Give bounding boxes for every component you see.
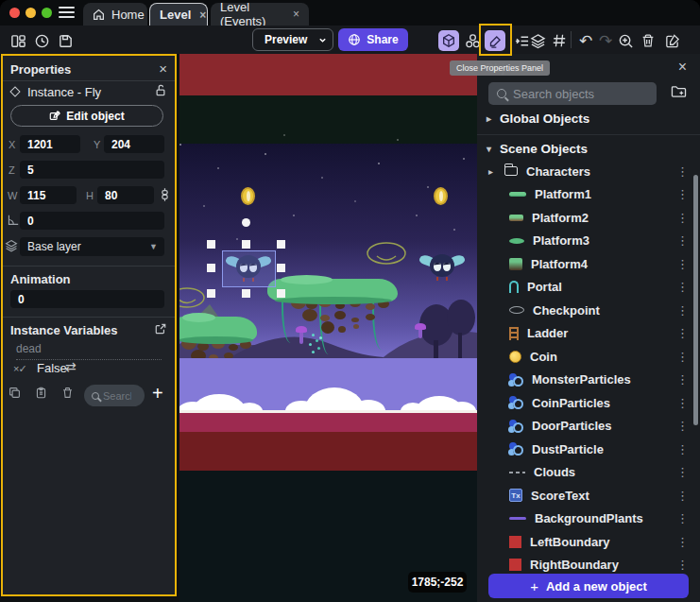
y-input[interactable] — [104, 135, 164, 153]
variables-search-box[interactable] — [84, 385, 145, 406]
object-row[interactable]: Ladder ⋮ — [477, 322, 700, 346]
variable-value[interactable]: False — [37, 361, 67, 375]
objects-search-input[interactable] — [513, 87, 648, 101]
edit-object-button[interactable]: Edit object — [10, 105, 163, 127]
object-thumbnail — [509, 351, 521, 363]
resize-handle[interactable] — [277, 240, 285, 249]
layer-select[interactable]: Base layer ▼ — [20, 237, 164, 256]
open-variables-editor-icon[interactable] — [155, 323, 166, 335]
object-row[interactable]: CoinParticles ⋮ — [477, 391, 700, 415]
resize-handle[interactable] — [277, 289, 285, 298]
object-label: Checkpoint — [533, 303, 600, 318]
object-row[interactable]: DoorParticles ⋮ — [477, 415, 700, 439]
object-row[interactable]: Platform1 ⋮ — [477, 183, 700, 207]
share-button[interactable]: Share — [338, 28, 408, 51]
zoom-in-icon[interactable] — [615, 30, 636, 51]
3d-view-icon[interactable] — [438, 30, 459, 51]
object-row[interactable]: Platform2 ⋮ — [477, 206, 700, 230]
object-thumbnail — [509, 281, 519, 293]
object-menu-button[interactable]: ⋮ — [676, 465, 700, 479]
aspect-ratio-lock-icon[interactable] — [160, 187, 170, 202]
objects-scrollbar[interactable] — [693, 175, 698, 425]
toggle-value-icon[interactable]: ⇄ — [65, 359, 77, 374]
window-close-button[interactable] — [9, 8, 20, 18]
save-icon[interactable] — [55, 30, 76, 51]
scene-notes-icon[interactable] — [661, 30, 682, 51]
delete-variable-icon[interactable] — [61, 387, 74, 399]
object-label: BackgroundPlants — [535, 511, 643, 525]
tab-close-icon[interactable]: × — [293, 8, 299, 21]
resize-handle[interactable] — [242, 289, 250, 298]
object-row[interactable]: Portal ⋮ — [477, 276, 700, 300]
object-row[interactable]: Tx ScoreText ⋮ — [477, 484, 700, 507]
object-row[interactable]: MonsterParticles ⋮ — [477, 369, 700, 392]
window-minimize-button[interactable] — [26, 8, 36, 18]
resize-handle[interactable] — [207, 264, 215, 272]
resize-handle[interactable] — [207, 240, 215, 249]
history-icon[interactable] — [31, 30, 52, 51]
objects-search-box[interactable] — [488, 82, 657, 105]
object-menu-button[interactable]: ⋮ — [676, 442, 700, 456]
object-groups-icon[interactable] — [462, 30, 483, 51]
add-folder-icon[interactable] — [671, 84, 687, 98]
object-row[interactable]: Platform4 ⋮ — [477, 252, 700, 276]
object-row[interactable]: Platform3 ⋮ — [477, 230, 700, 253]
object-menu-button[interactable]: ⋮ — [676, 511, 700, 525]
animation-input[interactable] — [10, 290, 164, 308]
resize-handle[interactable] — [242, 240, 250, 249]
x-input[interactable] — [20, 135, 80, 153]
variables-search-input[interactable] — [103, 390, 131, 402]
lock-icon[interactable] — [155, 84, 166, 96]
rotation-handle[interactable] — [242, 218, 250, 227]
object-menu-button[interactable]: ⋮ — [676, 558, 700, 572]
undo-icon[interactable]: ↶ — [575, 30, 596, 51]
copy-icon[interactable] — [9, 387, 21, 399]
object-row[interactable]: ▸ Characters ⋮ — [477, 160, 700, 183]
resize-handle[interactable] — [277, 264, 285, 272]
scene-objects-section[interactable]: ▾ Scene Objects — [487, 142, 588, 156]
object-row[interactable]: DustParticle ⋮ — [477, 438, 700, 461]
folder-expand-arrow[interactable]: ▸ — [488, 166, 496, 177]
z-input[interactable] — [20, 161, 164, 179]
height-input[interactable] — [97, 186, 154, 204]
edit-scene-pencil-icon[interactable] — [485, 30, 505, 51]
scene-crimson-band — [179, 413, 477, 432]
chevron-down-icon: ▼ — [149, 242, 158, 251]
redo-icon[interactable]: ↷ — [595, 30, 616, 51]
layers-icon[interactable] — [527, 30, 548, 51]
scene-editor-canvas[interactable]: 1785;-252 — [179, 54, 477, 602]
object-row[interactable]: Coin ⋮ — [477, 345, 700, 369]
objects-close-icon[interactable]: × — [678, 59, 687, 76]
tab-close-icon[interactable]: × — [199, 9, 206, 22]
tab-level[interactable]: Level × — [149, 3, 208, 26]
variable-name[interactable]: dead — [16, 342, 162, 360]
object-row[interactable]: Checkpoint ⋮ — [477, 299, 700, 322]
object-row[interactable]: BackgroundPlants ⋮ — [477, 507, 700, 531]
instance-title: Instance - Fly — [27, 85, 101, 99]
instance-diamond-icon — [9, 86, 20, 96]
global-objects-section[interactable]: ▸ Global Objects — [487, 112, 589, 126]
angle-input[interactable] — [20, 212, 164, 230]
object-menu-button[interactable]: ⋮ — [676, 535, 700, 549]
object-row[interactable]: LeftBoundary ⋮ — [477, 530, 700, 554]
width-input[interactable] — [20, 186, 77, 204]
paste-icon[interactable] — [35, 387, 47, 399]
preview-button[interactable]: Preview — [252, 28, 333, 51]
add-variable-button[interactable]: + — [152, 383, 163, 404]
preview-dropdown-button[interactable] — [313, 36, 333, 44]
window-zoom-button[interactable] — [42, 8, 52, 18]
selection-rectangle[interactable] — [222, 250, 276, 287]
object-row[interactable]: RightBoundary ⋮ — [477, 554, 700, 575]
menu-icon[interactable] — [59, 7, 75, 19]
toggle-panels-icon[interactable] — [8, 30, 28, 51]
object-row[interactable]: Clouds ⋮ — [477, 461, 700, 485]
properties-close-icon[interactable]: × — [159, 60, 167, 77]
add-new-object-button[interactable]: + Add a new object — [488, 574, 689, 598]
tab-home[interactable]: Home — [83, 3, 147, 26]
object-menu-button[interactable]: ⋮ — [676, 489, 700, 503]
grid-icon[interactable] — [549, 30, 570, 51]
resize-handle[interactable] — [207, 289, 215, 298]
tab-level-events[interactable]: Level (Events) × — [211, 3, 309, 26]
divider — [477, 134, 700, 135]
trash-icon[interactable] — [638, 30, 658, 51]
